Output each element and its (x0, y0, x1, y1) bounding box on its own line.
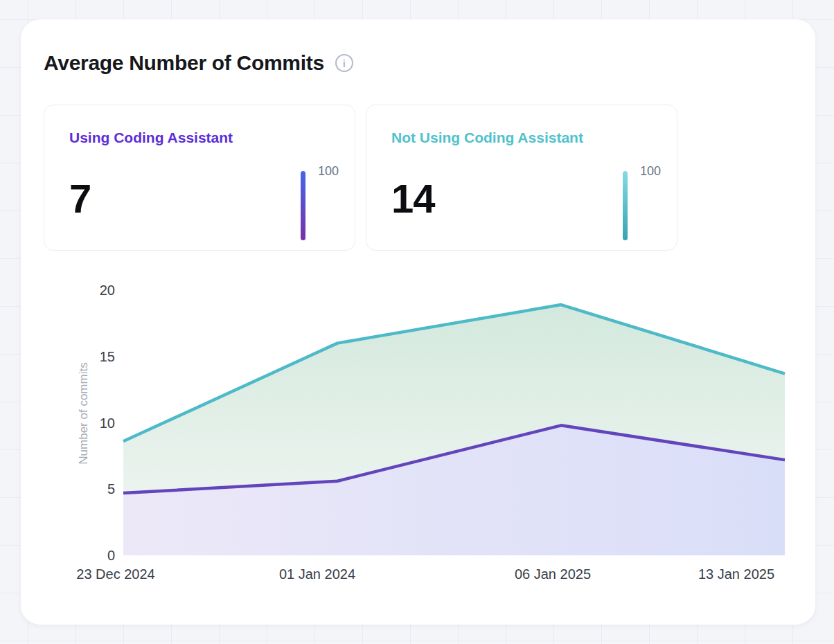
stat-value-using-assistant: 7 (69, 179, 91, 219)
stat-scale-max-not-using-assistant: 100 (640, 164, 661, 179)
stat-label-not-using-assistant: Not Using Coding Assistant (391, 129, 583, 146)
widget-title: Average Number of Commits (44, 51, 324, 75)
stat-value-not-using-assistant: 14 (391, 179, 435, 219)
stat-scale-max-using-assistant: 100 (318, 164, 339, 179)
commits-widget-card: Average Number of Commits i Using Coding… (21, 19, 815, 625)
widget-header: Average Number of Commits i (44, 51, 353, 75)
stat-label-using-assistant: Using Coding Assistant (69, 129, 233, 146)
stat-cards-row: Using Coding Assistant 7 100 Not Using C… (44, 105, 677, 251)
gradient-bar-not-using-assistant (623, 171, 628, 240)
stat-card-using-assistant: Using Coding Assistant 7 100 (44, 105, 355, 251)
gradient-bar-using-assistant (301, 171, 305, 240)
dashboard-background: Average Number of Commits i Using Coding… (0, 0, 834, 644)
stat-card-not-using-assistant: Not Using Coding Assistant 14 100 (366, 105, 677, 251)
info-icon[interactable]: i (335, 54, 353, 72)
